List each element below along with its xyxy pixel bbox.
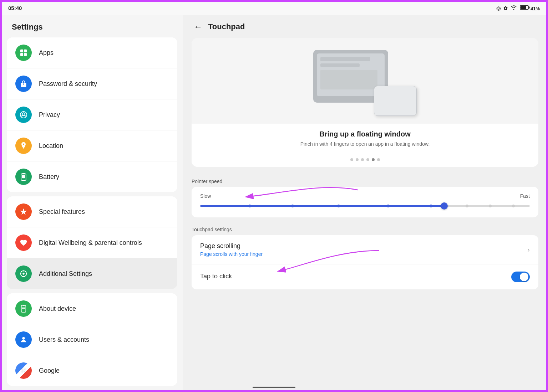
slow-label: Slow — [200, 193, 211, 199]
svg-rect-2 — [520, 6, 526, 9]
dot-3 — [361, 158, 364, 161]
battery-percent: 41% — [531, 6, 540, 11]
screen-bar1 — [320, 57, 370, 61]
google-icon: G — [15, 362, 32, 379]
status-bar: 05:40 ◎ ✿ 41% — [1, 1, 547, 15]
wellbeing-label: Digital Wellbeing & parental controls — [39, 239, 142, 247]
sidebar-item-apps[interactable]: Apps — [7, 37, 177, 68]
screen-content — [320, 70, 377, 89]
additional-icon — [15, 265, 32, 282]
main-layout: Settings Apps — [1, 15, 547, 391]
battery-menu-label: Battery — [39, 173, 59, 181]
about-icon — [15, 300, 32, 317]
svg-rect-5 — [20, 53, 23, 56]
slider-tick-7 — [489, 205, 492, 207]
apps-label: Apps — [39, 49, 54, 57]
page-scrolling-sub: Page scrolls with your finger — [200, 251, 527, 257]
wellbeing-icon — [15, 234, 32, 251]
slider-tick-8 — [512, 205, 515, 207]
touchpad-settings-label: Touchpad settings — [192, 227, 232, 232]
tap-to-click-title: Tap to click — [200, 273, 511, 280]
status-icons: ◎ ✿ 41% — [496, 5, 540, 11]
sidebar-item-additional[interactable]: Additional Settings — [7, 258, 177, 289]
google-label: Google — [39, 367, 60, 375]
slider-tick-1 — [248, 205, 251, 207]
dot-4 — [366, 158, 369, 161]
sidebar-item-wellbeing[interactable]: Digital Wellbeing & parental controls — [7, 227, 177, 258]
password-label: Password & security — [39, 80, 97, 88]
sidebar-item-about[interactable]: About device — [7, 293, 177, 324]
sidebar-item-google[interactable]: G Google — [7, 355, 177, 386]
slider-fill — [200, 205, 444, 207]
home-indicator — [253, 387, 295, 388]
apps-icon — [15, 45, 32, 61]
users-icon — [15, 331, 32, 348]
sidebar-item-users[interactable]: Users & accounts — [7, 324, 177, 355]
sidebar-group-1: Apps Password & security — [7, 37, 177, 192]
svg-rect-15 — [22, 307, 25, 308]
back-button[interactable]: ← — [194, 22, 202, 32]
touchpad-device — [374, 86, 417, 116]
sidebar-title: Settings — [1, 15, 183, 37]
location-icon — [15, 138, 32, 154]
touchpad-img — [313, 50, 417, 116]
page-scrolling-title: Page scrolling — [200, 242, 527, 250]
svg-point-12 — [22, 273, 25, 275]
slider-thumb[interactable] — [441, 202, 448, 210]
svg-point-17 — [22, 337, 25, 340]
tap-to-click-item[interactable]: Tap to click — [192, 264, 538, 289]
sidebar-item-location[interactable]: Location — [7, 130, 177, 161]
svg-rect-3 — [20, 50, 23, 52]
dot-5 — [372, 158, 375, 161]
page-scrolling-text: Page scrolling Page scrolls with your fi… — [200, 242, 527, 257]
dot-2 — [356, 158, 359, 161]
sidebar: Settings Apps — [1, 15, 183, 391]
sidebar-group-3: About device Users & accounts G Google — [7, 293, 177, 386]
tap-to-click-toggle[interactable] — [511, 272, 530, 282]
svg-rect-6 — [24, 53, 27, 56]
svg-rect-1 — [529, 6, 530, 8]
touchpad-settings-section: Touchpad settings — [183, 222, 547, 235]
bluetooth-icon: ✿ — [503, 5, 508, 11]
slider-tick-4 — [387, 205, 390, 207]
tap-to-click-text: Tap to click — [200, 273, 511, 282]
privacy-label: Privacy — [39, 111, 60, 119]
illustration-card: Bring up a floating window Pinch in with… — [192, 38, 538, 167]
slider-track[interactable] — [200, 202, 530, 210]
additional-label: Additional Settings — [39, 270, 92, 278]
content-title: Touchpad — [208, 22, 245, 31]
privacy-icon — [15, 107, 32, 123]
sidebar-item-password[interactable]: Password & security — [7, 68, 177, 99]
illustration-sub: Pinch in with 4 fingers to open an app i… — [200, 141, 530, 147]
sidebar-item-battery[interactable]: Battery — [7, 161, 177, 192]
special-label: Special features — [39, 208, 85, 216]
sidebar-item-special[interactable]: Special features — [7, 196, 177, 227]
dot-1 — [350, 158, 353, 161]
slider-card: Slow Fast — [192, 187, 538, 217]
fast-label: Fast — [520, 193, 530, 199]
password-icon — [15, 76, 32, 92]
pointer-speed-label: Pointer speed — [192, 179, 222, 184]
clock: 05:40 — [8, 5, 22, 11]
page-scrolling-item[interactable]: Page scrolling Page scrolls with your fi… — [192, 235, 538, 264]
screen-bar2 — [320, 63, 360, 67]
illustration-heading: Bring up a floating window — [200, 130, 530, 138]
location-label: Location — [39, 142, 63, 150]
slider-tick-6 — [466, 205, 468, 207]
slider-labels: Slow Fast — [200, 193, 530, 199]
svg-rect-16 — [22, 308, 25, 309]
dots-container — [192, 155, 538, 167]
pointer-speed-section: Pointer speed — [183, 172, 547, 187]
slider-tick-3 — [337, 205, 340, 207]
sidebar-item-privacy[interactable]: Privacy — [7, 99, 177, 130]
settings-card: Page scrolling Page scrolls with your fi… — [192, 235, 538, 289]
users-label: Users & accounts — [39, 336, 89, 344]
slider-tick-5 — [430, 205, 432, 207]
sidebar-group-2: Special features Digital Wellbeing & par… — [7, 196, 177, 289]
slider-tick-2 — [291, 205, 294, 207]
card-text: Bring up a floating window Pinch in with… — [192, 124, 538, 155]
headphone-icon: ◎ — [496, 5, 501, 11]
battery-menu-icon — [15, 169, 32, 185]
content-header: ← Touchpad — [183, 15, 547, 38]
content-area: ← Touchpad — [183, 15, 547, 391]
